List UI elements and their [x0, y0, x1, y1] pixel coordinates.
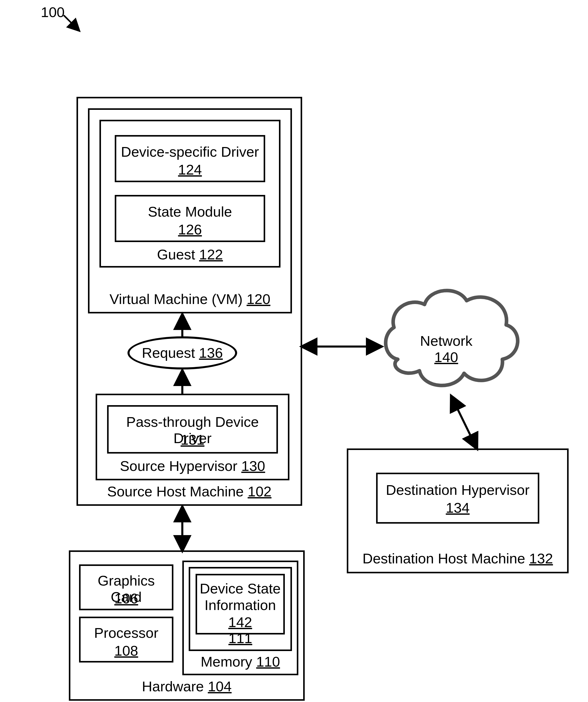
device-state-info-box: Device State Information 142	[196, 574, 285, 634]
destination-host-machine-ref: 132	[529, 550, 553, 566]
state-module-name: State Module	[116, 204, 264, 220]
pass-through-driver-ref: 131	[109, 432, 276, 448]
memory-ref: 110	[256, 654, 280, 670]
source-hypervisor-ref: 130	[241, 458, 265, 474]
processor-name: Processor	[81, 625, 172, 641]
processor-ref: 108	[81, 642, 172, 659]
destination-hypervisor-ref: 134	[378, 500, 538, 516]
processor-box: Processor 108	[79, 617, 173, 663]
vm-ref: 120	[247, 291, 270, 307]
memory-label: Memory 110	[184, 654, 297, 670]
device-state-info-ref: 142	[197, 614, 283, 630]
network-cloud: Network 140	[380, 298, 512, 400]
request-ellipse: Request 136	[127, 336, 237, 369]
device-specific-driver-box: Device-specific Driver 124	[115, 135, 265, 182]
hardware-label: Hardware 104	[70, 678, 303, 695]
source-hypervisor-name: Source Hypervisor	[120, 458, 241, 474]
graphics-card-box: Graphics Card 106	[79, 564, 173, 610]
source-host-machine-label: Source Host Machine 102	[78, 483, 301, 500]
figure-pointer-arrow	[64, 15, 79, 30]
figure-reference-label: 100	[41, 4, 65, 20]
source-host-machine-ref: 102	[248, 483, 271, 499]
request-label: Request 136	[142, 345, 223, 361]
graphics-card-ref: 106	[81, 590, 172, 607]
destination-hypervisor-name: Destination Hypervisor	[378, 482, 538, 498]
hardware-ref: 104	[208, 678, 231, 694]
state-module-box: State Module 126	[115, 195, 265, 242]
source-host-machine-name: Source Host Machine	[107, 483, 248, 499]
device-specific-driver-ref: 124	[116, 161, 264, 178]
pass-through-driver-box: Pass-through Device Driver 131	[107, 405, 278, 454]
diagram-canvas: 100 Source Host Machine 102	[0, 0, 588, 702]
request-ref: 136	[199, 345, 223, 361]
state-module-ref: 126	[116, 221, 264, 238]
guest-label: Guest 122	[101, 246, 279, 263]
network-name: Network	[420, 333, 472, 349]
network-ref: 140	[434, 349, 458, 365]
guest-name: Guest	[157, 246, 199, 262]
destination-hypervisor-box: Destination Hypervisor 134	[376, 473, 539, 523]
vm-label: Virtual Machine (VM) 120	[90, 291, 290, 307]
device-state-info-name-1: Device State	[197, 580, 283, 597]
destination-host-machine-name: Destination Host Machine	[362, 550, 529, 566]
hardware-name: Hardware	[142, 678, 208, 694]
destination-host-machine-label: Destination Host Machine 132	[348, 550, 567, 567]
request-name: Request	[142, 345, 199, 361]
source-hypervisor-label: Source Hypervisor 130	[97, 458, 288, 474]
guest-ref: 122	[199, 246, 223, 262]
vm-name: Virtual Machine (VM)	[110, 291, 247, 307]
device-state-info-name-2: Information	[197, 597, 283, 613]
device-specific-driver-name: Device-specific Driver	[116, 144, 264, 160]
memory-name: Memory	[201, 654, 256, 670]
arrow-network-destination	[451, 396, 477, 449]
